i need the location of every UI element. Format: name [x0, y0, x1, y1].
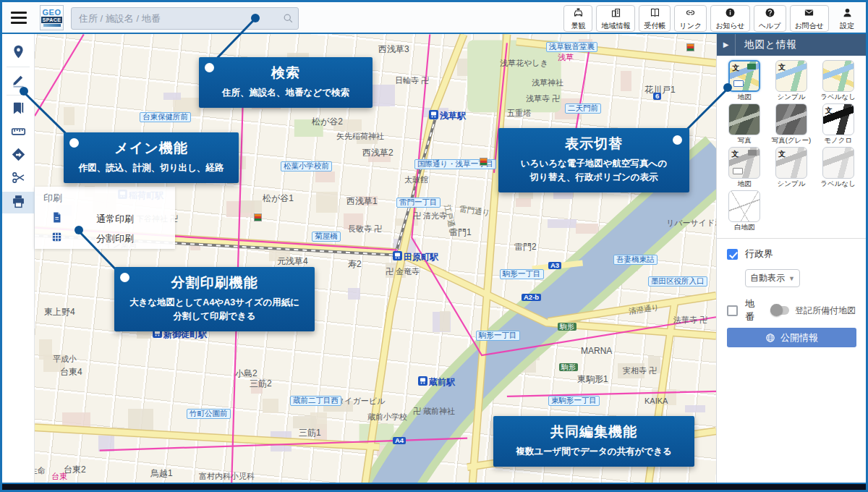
map-building — [479, 376, 500, 393]
basemap-option-blank[interactable]: 白地図 — [721, 190, 768, 232]
map-building — [62, 412, 90, 428]
collapse-panel-button[interactable]: ▶ — [717, 34, 736, 56]
map-building — [393, 239, 416, 253]
map-building — [579, 39, 593, 46]
sidebar-tool-route[interactable] — [2, 145, 35, 166]
search-icon[interactable] — [278, 13, 298, 24]
callout-title: 検索 — [209, 64, 362, 82]
basemap-thumbnail — [728, 103, 760, 135]
sidebar-tool-draw[interactable] — [2, 71, 35, 91]
sidebar-tool-clip[interactable] — [2, 169, 35, 189]
admin-display-mode-select[interactable]: 自動表示 ▼ — [745, 269, 800, 287]
toolbar-button-label: 受付帳 — [644, 22, 665, 30]
ruler-icon — [11, 124, 26, 142]
scissors-icon — [11, 170, 26, 188]
chiban-checkbox[interactable] — [727, 305, 738, 316]
touki-map-label: 登記所備付地図 — [795, 305, 856, 317]
callout-body: 作図、読込、計測、切り出し、経路 — [74, 161, 229, 175]
globe-icon — [765, 333, 775, 343]
toggle-knob — [770, 304, 783, 316]
basemap-label: 地図 — [738, 93, 752, 102]
toolbar-button-label: リンク — [679, 22, 702, 30]
person-icon — [842, 7, 853, 21]
touki-map-toggle[interactable] — [770, 306, 789, 315]
toolbar-button-link[interactable]: リンク — [674, 5, 707, 32]
menu-button[interactable] — [11, 12, 27, 24]
map-building — [240, 200, 262, 212]
sidebar-tool-measure[interactable] — [2, 122, 35, 143]
admin-boundary-checkbox[interactable] — [727, 249, 738, 260]
basemap-option-color-nolabel[interactable]: ラベルなし — [814, 60, 861, 102]
map-building — [173, 98, 200, 117]
map-building — [503, 62, 514, 70]
print-menu-item-split-print[interactable]: 分割印刷 — [35, 229, 175, 248]
map-building — [648, 356, 660, 374]
callout-split-print: 分割印刷機能 大きな地図としてA4やA3サイズの用紙に 分割して印刷できる — [114, 267, 315, 331]
map-building — [128, 409, 153, 430]
mail-icon — [804, 7, 814, 21]
map-building — [395, 219, 418, 226]
map-building — [251, 381, 263, 394]
app-logo[interactable]: GEO SPACE — [40, 5, 64, 30]
map-building — [269, 241, 290, 262]
toolbar-button-help[interactable]: ヘルプ — [754, 5, 786, 32]
sidebar-tool-bookmark[interactable] — [2, 99, 35, 119]
callout-dot — [673, 135, 682, 145]
basemap-option-photo-gray[interactable]: 写真(グレー) — [768, 103, 815, 145]
map-building — [293, 416, 316, 428]
callout-title: 共同編集機能 — [503, 423, 684, 441]
basemap-thumbnail: 文 — [728, 147, 760, 179]
toolbar-button-contact[interactable]: お問合せ — [790, 5, 829, 32]
callout-dot — [120, 273, 129, 282]
map-building — [64, 107, 75, 125]
map-building — [440, 311, 450, 331]
basemap-option-color-map[interactable]: 文地図 — [721, 60, 768, 102]
print-menu-item-label: 分割印刷 — [96, 232, 134, 245]
map-building — [595, 246, 609, 266]
basemap-thumbnail — [822, 147, 854, 179]
basemap-option-gray-simple[interactable]: 文シンプル — [768, 147, 815, 189]
basemap-option-mono[interactable]: 文モノクロ — [814, 103, 861, 145]
toolbar-button-keikan[interactable]: 景観 — [563, 5, 592, 32]
bottom-bar — [2, 483, 866, 490]
basemap-option-color-simple[interactable]: 文シンプル — [768, 60, 815, 102]
map-building — [618, 363, 644, 379]
public-info-label: 公開情報 — [780, 331, 818, 344]
basemap-option-photo[interactable]: 写真 — [721, 103, 768, 145]
callout-body: 複数ユーザ間でデータの共有ができる — [503, 445, 684, 459]
bookmark-icon — [11, 101, 26, 119]
map-building — [527, 52, 557, 64]
toolbar-button-settings[interactable]: 設定 — [833, 5, 861, 32]
map-building — [516, 198, 531, 207]
map-building — [537, 314, 559, 324]
map-building — [348, 288, 360, 300]
map-building — [98, 436, 114, 452]
topbar: GEO SPACE 景観地域情報受付帳リンクお知らせヘルプお問合せ設定 — [2, 2, 866, 34]
toolbar-button-label: お問合せ — [795, 22, 824, 30]
building-icon — [610, 7, 621, 21]
basemap-label: 白地図 — [734, 223, 755, 232]
callout-target-dot — [20, 87, 28, 96]
basemap-label: モノクロ — [824, 136, 852, 145]
toolbar-button-chiiki[interactable]: 地域情報 — [596, 5, 635, 32]
public-info-button[interactable]: 公開情報 — [727, 328, 856, 347]
callout-collab-edit: 共同編集機能 複数ユーザ間でデータの共有ができる — [493, 416, 694, 467]
toolbar-button-uketsuke[interactable]: 受付帳 — [639, 5, 671, 32]
sidebar-tool-place[interactable] — [2, 43, 35, 63]
toolbar-button-label: ヘルプ — [759, 22, 781, 30]
map-building — [652, 389, 676, 405]
print-menu-item-normal-print[interactable]: 通常印刷 — [35, 209, 175, 229]
basemap-thumbnail: 文 — [822, 103, 854, 135]
callout-body: いろいろな電子地図や航空写真への 切り替え、行政ポリゴンの表示 — [509, 157, 679, 184]
chiban-label: 地番 — [745, 297, 759, 323]
toolbar-button-oshirase[interactable]: お知らせ — [710, 5, 750, 32]
link-icon — [685, 7, 696, 21]
basemap-label: 写真(グレー) — [772, 136, 811, 145]
callout-target-dot — [75, 226, 83, 234]
map-building — [685, 405, 706, 412]
basemap-option-gray-nolabel[interactable]: ラベルなし — [814, 147, 861, 189]
basemap-option-gray-map[interactable]: 文地図 — [721, 147, 768, 189]
document-icon — [51, 211, 63, 226]
basemap-thumbnail — [728, 190, 760, 222]
sidebar-tool-print[interactable] — [2, 192, 35, 213]
